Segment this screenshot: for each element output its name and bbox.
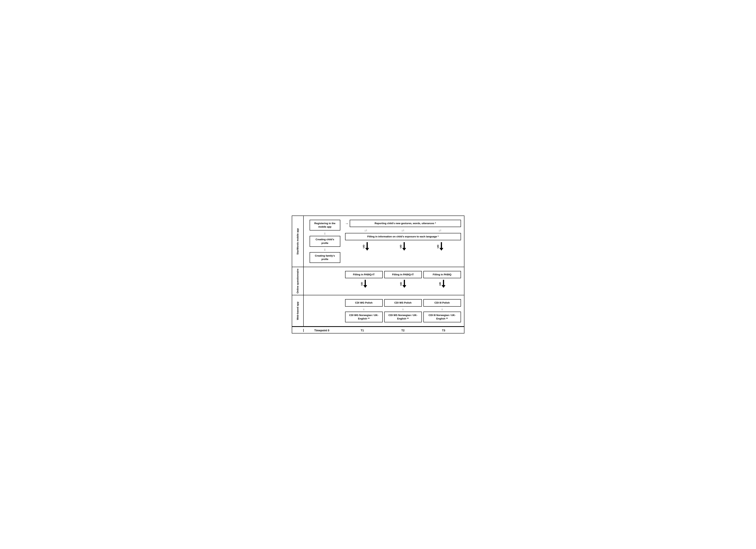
reporting-box-container: Reporting child's new gestures, words, u… xyxy=(350,220,461,227)
uid-col-1: UID xyxy=(348,242,384,251)
cdi-iii-norwegian-col: CDI III Norwegian / UK-English ** xyxy=(423,311,461,322)
mobile-app-label-container: StarWords mobile app xyxy=(292,216,304,267)
web-based-content: CDI WG Polish CDI WS Polish CDI III Poli… xyxy=(304,295,464,326)
online-uid-2: UID xyxy=(384,280,422,288)
mobile-app-label: StarWords mobile app xyxy=(296,228,299,255)
right-top-area: → Reporting child's new gestures, words,… xyxy=(345,220,461,227)
arrow-down-2: ↓ xyxy=(324,247,326,252)
online-boxes-area: Filling in PABIQ-IT Filling in PABIQ-IT … xyxy=(345,271,461,288)
child-profile-box: Creating child's profie xyxy=(310,236,340,247)
cdi-iii-norwegian-box: CDI III Norwegian / UK-English ** xyxy=(423,311,461,322)
bi-arrow-2: ↓↑ xyxy=(385,229,421,232)
arrow-cdi-1: ↓ xyxy=(363,307,365,311)
pabiq-box-3: Filling in PABIQ xyxy=(423,271,461,278)
online-uid-3: UID xyxy=(423,280,461,288)
web-layout: CDI WG Polish CDI WS Polish CDI III Poli… xyxy=(307,299,461,322)
diagram-wrapper: StarWords mobile app Registering in the … xyxy=(292,216,464,333)
uid-thick-line-1 xyxy=(367,242,368,248)
timepoint-t2-label: T2 xyxy=(383,329,423,332)
horizontal-arrow: → xyxy=(345,222,349,226)
cdi-bottom-row: CDI WG Norwegian / UK-English ** CDI WS … xyxy=(345,311,461,322)
arrow-down-1: ↓ xyxy=(324,231,326,236)
cdi-ws-polish-col: CDI WS Polish xyxy=(384,299,422,306)
uid-col-3: UID xyxy=(422,242,458,251)
timepoint-rest: T1 T2 T3 xyxy=(342,329,464,332)
web-spacer xyxy=(307,299,345,322)
cdi-ws-norwegian-box: CDI WS Norwegian / UK-English ** xyxy=(384,311,422,322)
pabiq-col-3: Filling in PABIQ xyxy=(423,271,461,278)
online-spacer xyxy=(307,271,345,288)
timepoint-spacer xyxy=(292,329,304,332)
bi-arrow-3: ↓↑ xyxy=(422,229,458,232)
horizontal-arrow-container: → xyxy=(345,222,349,226)
mobile-app-section: StarWords mobile app Registering in the … xyxy=(292,216,464,267)
cdi-top-row: CDI WG Polish CDI WS Polish CDI III Poli… xyxy=(345,299,461,306)
timepoint-t0-label: Timepoint 0 xyxy=(304,329,342,332)
left-flow-column: Registering in the mobile app ↓ Creating… xyxy=(307,220,345,263)
cdi-wg-polish-box: CDI WG Polish xyxy=(345,299,383,306)
cdi-iii-polish-col: CDI III Polish xyxy=(423,299,461,306)
online-questionnaire-section: Online questionnaire Filling in PABIQ-IT xyxy=(292,267,464,295)
uid-thick-arrowhead-1 xyxy=(365,248,369,251)
uid-arrows-row: UID UID xyxy=(345,242,461,251)
register-box: Registering in the mobile app xyxy=(310,220,340,231)
timepoint-t3-label: T3 xyxy=(423,329,464,332)
online-uid-1: UID xyxy=(345,280,383,288)
bi-arrows-row: ↓↑ ↓↑ ↓↑ xyxy=(345,229,461,232)
right-flow-column: → Reporting child's new gestures, words,… xyxy=(345,220,461,263)
uid-label-3: UID xyxy=(437,245,439,248)
arrow-cdi-2: ↓ xyxy=(402,307,404,311)
pabiq-col-2: Filling in PABIQ-IT xyxy=(384,271,422,278)
cdi-area: CDI WG Polish CDI WS Polish CDI III Poli… xyxy=(345,299,461,322)
pabiq-box-2: Filling in PABIQ-IT xyxy=(384,271,422,278)
cdi-wg-polish-col: CDI WG Polish xyxy=(345,299,383,306)
top-content: Registering in the mobile app ↓ Creating… xyxy=(307,220,461,263)
exposure-box: Filling in information on child's exposu… xyxy=(345,233,461,240)
online-questionnaire-label-container: Online questionnaire xyxy=(292,267,304,295)
arrow-cdi-3: ↓ xyxy=(441,307,443,311)
uid-col-2: UID xyxy=(385,242,421,251)
cdi-wg-norwegian-box: CDI WG Norwegian / UK-English ** xyxy=(345,311,383,322)
online-questionnaire-content: Filling in PABIQ-IT Filling in PABIQ-IT … xyxy=(304,267,464,295)
cdi-ws-norwegian-col: CDI WS Norwegian / UK-English ** xyxy=(384,311,422,322)
online-uid-row: UID UID xyxy=(345,280,461,288)
timepoint-t1-label: T1 xyxy=(342,329,383,332)
cdi-iii-polish-box: CDI III Polish xyxy=(423,299,461,306)
cdi-wg-norwegian-col: CDI WG Norwegian / UK-English ** xyxy=(345,311,383,322)
uid-label-1: UID xyxy=(363,245,365,248)
online-layout: Filling in PABIQ-IT Filling in PABIQ-IT … xyxy=(307,271,461,288)
pabiq-box-1: Filling in PABIQ-IT xyxy=(345,271,383,278)
mobile-app-content: Registering in the mobile app ↓ Creating… xyxy=(304,216,464,267)
timepoint-content: Timepoint 0 T1 T2 T3 xyxy=(304,329,464,332)
web-based-label: Web-based app xyxy=(296,301,299,320)
reporting-box: Reporting child's new gestures, words, u… xyxy=(350,220,461,227)
online-questionnaire-label: Online questionnaire xyxy=(296,269,299,293)
cdi-ws-polish-box: CDI WS Polish xyxy=(384,299,422,306)
cdi-mid-arrows: ↓ ↓ ↓ xyxy=(345,307,461,311)
web-based-label-container: Web-based app xyxy=(292,295,304,326)
web-based-section: Web-based app CDI WG Polish xyxy=(292,295,464,326)
pabiq-col-1: Filling in PABIQ-IT xyxy=(345,271,383,278)
questionnaire-boxes-row: Filling in PABIQ-IT Filling in PABIQ-IT … xyxy=(345,271,461,278)
timepoints-row: Timepoint 0 T1 T2 T3 xyxy=(292,326,464,333)
bi-arrow-1: ↓↑ xyxy=(348,229,384,232)
family-profile-box: Creating family's profie xyxy=(310,252,340,263)
uid-label-2: UID xyxy=(400,245,402,248)
